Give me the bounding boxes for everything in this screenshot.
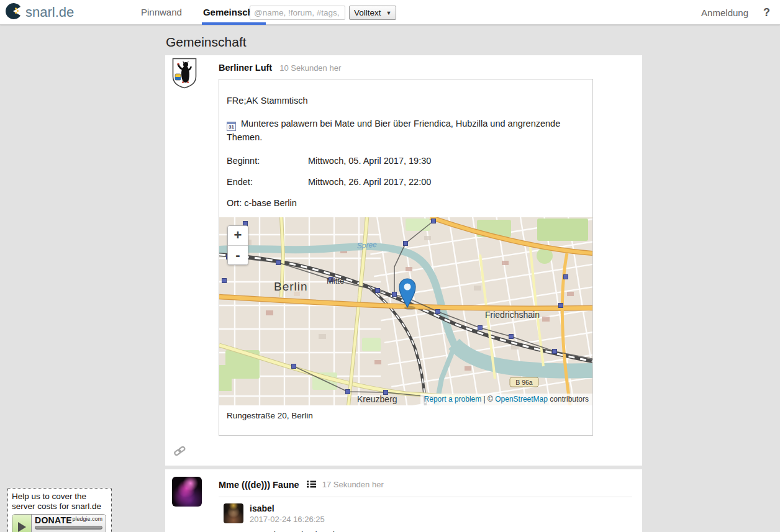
donate-text-line1: Help us to cover the (12, 492, 107, 502)
event-location: Ort: c-base Berlin (227, 198, 585, 208)
divider (219, 497, 632, 497)
shared-post-info: isabel 2017-02-24 16:26:25 (250, 503, 325, 524)
calendar-icon: 31 (227, 122, 236, 131)
event-end-value: Mittwoch, 26. April 2017, 22:00 (308, 177, 431, 187)
event-end-label: Endet: (227, 177, 308, 187)
post-header: Berliner Luft 10 Sekunden her (219, 58, 632, 73)
berlin-coat-of-arms (172, 58, 197, 89)
main-nav: Pinnwand Gemeinschaft (140, 0, 266, 25)
post-berliner-luft: Berliner Luft 10 Sekunden her FRe;AK Sta… (165, 55, 642, 466)
pledgie-donate-badge[interactable]: DONATE pledgie.com 76.00 € Raised! (12, 514, 106, 532)
event-start-value: Mittwoch, 05. April 2017, 19:30 (308, 156, 431, 166)
donate-box: Help us to cover the server costs for sn… (7, 488, 112, 532)
openstreetmap-link[interactable]: OpenStreetMap (495, 395, 548, 404)
event-title: FRe;AK Stammtisch (227, 96, 585, 106)
event-start-label: Beginnt: (227, 156, 308, 166)
pledgie-left-panel (12, 515, 32, 532)
event-description: 31Munteres palawern bei Mate und Bier üb… (227, 117, 585, 145)
event-end-row: Endet: Mittwoch, 26. April 2017, 22:00 (227, 177, 585, 187)
report-problem-link[interactable]: Report a problem (424, 395, 482, 404)
zoom-out-button[interactable]: - (228, 245, 248, 264)
donation-progress-bar (35, 526, 102, 530)
pledgie-site-label: pledgie.com (72, 516, 102, 522)
zoom-in-button[interactable]: + (228, 226, 248, 245)
event-start-row: Beginnt: Mittwoch, 05. April 2017, 19:30 (227, 156, 585, 166)
avatar[interactable] (224, 503, 243, 523)
event-address: Rungestraße 20, Berlin (219, 405, 592, 435)
map-label-mitte: Mitte (327, 276, 344, 286)
search-scope-select[interactable]: Volltext ▼ (349, 6, 396, 20)
chevron-down-icon: ▼ (386, 10, 392, 16)
topbar: snarl.de Pinnwand Gemeinschaft Volltext … (0, 0, 780, 25)
login-link[interactable]: Anmeldung (701, 7, 748, 18)
pledgie-top-row: DONATE pledgie.com (35, 515, 102, 525)
shared-post-timestamp: 2017-02-24 16:26:25 (250, 515, 325, 524)
map-label-spree: Spree (356, 240, 377, 250)
map-zoom-control: + - (227, 225, 248, 265)
map-label-friedrichshain: Friedrichshain (485, 310, 540, 320)
map-tiles: B 96a Berlin Mitte Friedrichshain Kreuzb… (219, 217, 592, 405)
help-icon[interactable]: ? (763, 6, 770, 19)
nav-item-pinnwand[interactable]: Pinnwand (140, 0, 183, 25)
page-title: Gemeinschaft (166, 35, 642, 50)
list-icon (307, 479, 316, 490)
donate-button-label: DONATE (35, 515, 72, 525)
map[interactable]: B 96a Berlin Mitte Friedrichshain Kreuzb… (219, 217, 592, 405)
map-label-kreuzberg: Kreuzberg (357, 394, 397, 404)
map-label-berlin: Berlin (274, 280, 308, 293)
post-mme-faune: Mme (((de))) Faune 17 Sekunden her isabe… (165, 469, 642, 532)
search-scope-value: Volltext (354, 8, 381, 17)
play-icon (18, 522, 26, 532)
community-stream: Gemeinschaft Berliner Luft 10 Sekunden h… (165, 25, 642, 532)
post-author[interactable]: Berliner Luft (219, 63, 272, 73)
post-header: Mme (((de))) Faune 17 Sekunden her (219, 476, 632, 490)
post-time: 17 Sekunden her (322, 480, 384, 489)
avatar[interactable] (172, 58, 197, 89)
link-icon (173, 446, 186, 456)
shared-post: isabel 2017-02-24 16:26:25 (224, 503, 632, 524)
active-tab-underline (202, 22, 266, 25)
event-body: FRe;AK Stammtisch 31Munteres palawern be… (219, 79, 592, 208)
svg-text:B 96a: B 96a (515, 378, 533, 385)
topbar-right: Anmeldung ? (701, 0, 770, 25)
site-name: snarl.de (25, 4, 74, 20)
friendica-logo-icon (5, 3, 21, 22)
post-time: 10 Sekunden her (279, 63, 341, 73)
pledgie-right-panel: DONATE pledgie.com 76.00 € Raised! (32, 515, 106, 532)
shared-post-author[interactable]: isabel (250, 503, 325, 513)
search-input[interactable] (250, 6, 345, 20)
road-badge: B 96a (510, 377, 538, 387)
permalink-action[interactable] (173, 446, 187, 457)
avatar[interactable] (172, 477, 202, 507)
post-author[interactable]: Mme (((de))) Faune (219, 480, 299, 490)
map-attribution: Report a problem | © OpenStreetMap contr… (420, 394, 592, 405)
event-card: FRe;AK Stammtisch 31Munteres palawern be… (219, 79, 593, 436)
search-area (250, 6, 345, 20)
donate-text-line2: server costs for snarl.de (12, 502, 107, 512)
site-logo[interactable]: snarl.de (5, 0, 74, 25)
